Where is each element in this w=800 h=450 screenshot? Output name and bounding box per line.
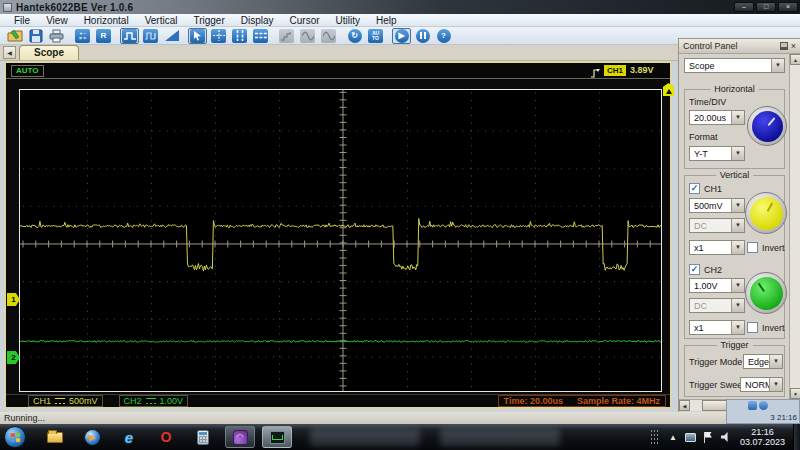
chevron-down-icon[interactable]: ▼ [769,355,782,368]
menu-display[interactable]: Display [233,15,282,26]
help-icon[interactable]: ? [434,28,453,44]
menu-help[interactable]: Help [368,15,405,26]
system-tray: ▲ 21:16 03.07.2023 [650,424,800,450]
math-icon[interactable]: + -× = [73,28,92,44]
chevron-down-icon[interactable]: ▼ [731,279,744,292]
scroll-up-icon[interactable]: ▲ [790,54,800,65]
horizontal-knob[interactable] [747,106,787,146]
cross-cursor-icon[interactable] [209,28,228,44]
taskbar-mediaplayer-button[interactable]: ▶ [77,426,107,448]
close-icon[interactable]: × [791,42,796,50]
chevron-down-icon[interactable]: ▼ [731,321,744,334]
menu-view[interactable]: View [38,15,76,26]
square-wave-alt-icon[interactable] [141,28,160,44]
taskbar-explorer-button[interactable] [40,426,70,448]
checkbox-checked-icon[interactable]: ✓ [689,183,700,194]
scroll-down-icon[interactable]: ▼ [790,388,800,399]
taskbar-app-button[interactable]: ◠ [225,426,255,448]
ch2-position-knob[interactable] [745,272,787,314]
taskbar-ie-button[interactable]: e [114,426,144,448]
ch1-enable[interactable]: ✓ CH1 [689,183,722,194]
control-panel-header: Control Panel × [679,39,800,54]
pause-icon[interactable] [413,28,432,44]
chevron-down-icon[interactable]: ▼ [731,111,744,124]
ch2-enable[interactable]: ✓ CH2 [689,264,722,275]
control-panel: Control Panel × Scope ▼ Horizontal Time/… [678,38,800,412]
menu-trigger[interactable]: Trigger [185,15,232,26]
taskbar-clock[interactable]: 21:16 03.07.2023 [740,427,785,447]
print-icon[interactable] [47,28,66,44]
graticule[interactable] [19,89,662,392]
show-desktop-button[interactable] [793,424,800,450]
chevron-down-icon[interactable]: ▼ [731,241,744,254]
ch2-volts-select[interactable]: 1.00V ▼ [689,278,745,293]
chevron-down-icon[interactable]: ▼ [731,199,744,212]
timediv-select[interactable]: 20.00us ▼ [689,110,745,125]
refresh-icon[interactable]: ↻ [345,28,364,44]
screen: Hantek6022BE Ver 1.0.6 – □ × File View H… [0,0,800,450]
reference-icon[interactable]: R [94,28,113,44]
menu-file[interactable]: File [6,15,38,26]
ch2-invert[interactable]: Invert [747,322,785,333]
tab-prev-icon[interactable]: ◀ [3,46,16,59]
vertical-group: Vertical ✓ CH1 500mV ▼ DC ▼ x1 ▼ [684,175,785,339]
menu-vertical[interactable]: Vertical [137,15,186,26]
save-icon[interactable] [26,28,45,44]
chevron-down-icon[interactable]: ▼ [771,59,784,72]
ch1-readout: CH1 500mV [28,395,103,407]
checkbox-unchecked-icon[interactable] [747,322,758,333]
cursor-arrow-icon[interactable] [188,28,207,44]
maximize-button[interactable]: □ [756,2,776,12]
menu-cursor[interactable]: Cursor [282,15,328,26]
background-app-icon [759,401,768,410]
taskbar-oscilloscope-button[interactable] [262,426,292,448]
horizontal-cursors-icon[interactable] [251,28,270,44]
autoset-icon[interactable]: AUTO [366,28,385,44]
menu-bar: File View Horizontal Vertical Trigger Di… [0,14,800,27]
checkbox-checked-icon[interactable]: ✓ [689,264,700,275]
ch1-position-knob[interactable] [745,192,787,234]
ch1-invert[interactable]: Invert [747,242,785,253]
ch1-volts-select[interactable]: 500mV ▼ [689,198,745,213]
checkbox-unchecked-icon[interactable] [747,242,758,253]
panel-mode-select[interactable]: Scope ▼ [684,58,785,73]
windows-logo-icon [10,432,20,442]
pin-icon[interactable] [780,42,788,50]
format-select[interactable]: Y-T ▼ [689,146,745,161]
taskbar-calculator-button[interactable] [188,426,218,448]
waveform-svg[interactable] [20,90,661,391]
ch1-probe-select[interactable]: x1 ▼ [689,240,745,255]
minimize-button[interactable]: – [734,2,754,12]
ch1-coupling-select: DC ▼ [689,218,745,233]
sine-wave-disabled-icon [298,28,317,44]
chevron-down-icon[interactable]: ▼ [769,378,782,391]
panel-vertical-scrollbar[interactable]: ▲ ▼ [789,54,800,399]
taskbar-opera-button[interactable]: O [151,426,181,448]
start-button[interactable] [4,426,26,448]
trigger-position-marker[interactable] [663,83,674,96]
background-clock-text: 3 21:16 [770,413,797,422]
ch2-probe-select[interactable]: x1 ▼ [689,320,745,335]
play-icon[interactable]: ▶ [392,28,411,44]
trigger-sweep-select[interactable]: NORMAL ▼ [740,377,783,392]
sine-wave2-disabled-icon [319,28,338,44]
network-icon[interactable] [685,433,696,442]
menu-horizontal[interactable]: Horizontal [76,15,137,26]
vertical-cursors-icon[interactable] [230,28,249,44]
tab-scope[interactable]: Scope [19,45,79,60]
menu-utility[interactable]: Utility [328,15,368,26]
scroll-left-icon[interactable]: ◀ [679,400,690,411]
close-button[interactable]: × [778,2,798,12]
media-player-icon: ▶ [85,430,100,445]
trigger-mode-select[interactable]: Edge ▼ [743,354,783,369]
speaker-icon[interactable] [721,432,732,442]
square-wave-icon[interactable] [120,28,139,44]
taskbar-grip[interactable] [650,429,659,445]
time-per-div: Time: 20.00us [504,396,563,406]
action-center-flag-icon[interactable] [704,432,713,443]
status-text: Running... [4,413,45,423]
ramp-icon[interactable] [162,28,181,44]
open-icon[interactable] [5,28,24,44]
chevron-down-icon[interactable]: ▼ [731,147,744,160]
show-hidden-icons[interactable]: ▲ [669,433,677,442]
